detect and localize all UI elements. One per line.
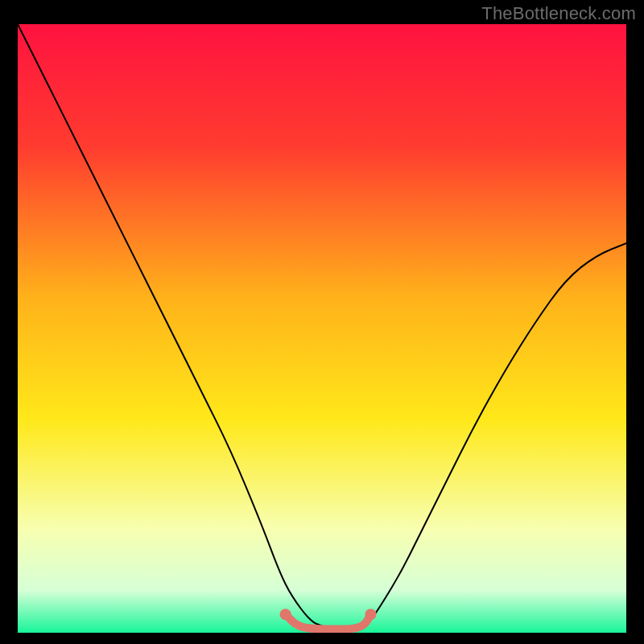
watermark-text: TheBottleneck.com [481, 3, 636, 24]
plot-background [18, 24, 626, 633]
app-frame: TheBottleneck.com [0, 0, 644, 644]
bottleneck-plot [18, 24, 626, 633]
highlight-endpoint [280, 609, 291, 620]
plot-svg [18, 24, 626, 633]
highlight-endpoint [365, 609, 376, 620]
